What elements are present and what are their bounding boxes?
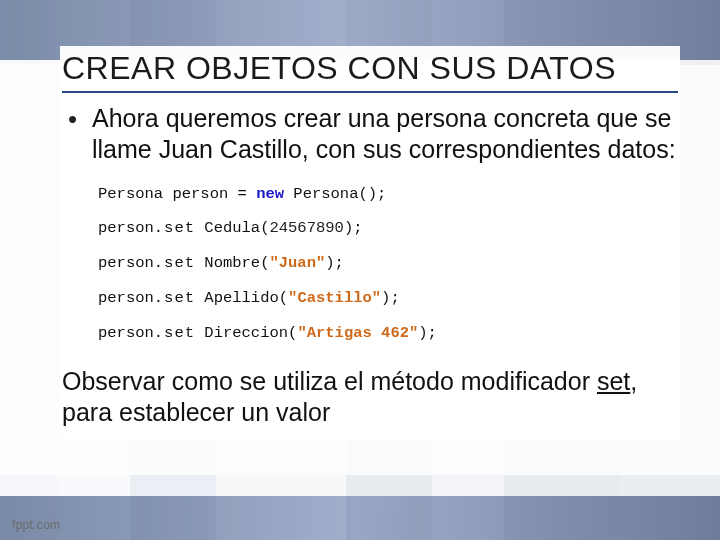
code-close: ); — [344, 219, 363, 237]
code-open: ( — [279, 289, 288, 307]
code-obj: person — [98, 324, 154, 342]
code-var: person — [163, 185, 237, 203]
footer-credit: fppt.com — [12, 518, 60, 532]
code-type: Persona — [98, 185, 163, 203]
code-sep — [195, 324, 204, 342]
code-method: Cedula — [204, 219, 260, 237]
code-arg-string: "Castillo" — [288, 289, 381, 307]
slide-title: CREAR OBJETOS CON SUS DATOS — [62, 50, 678, 93]
code-parens: (); — [358, 185, 386, 203]
code-blank-line — [98, 309, 566, 323]
code-obj: person — [98, 289, 154, 307]
content-area: CREAR OBJETOS CON SUS DATOS Ahora querem… — [60, 46, 680, 439]
code-block: Persona person = new Persona(); person.s… — [92, 178, 572, 355]
code-method: Apellido — [204, 289, 278, 307]
code-obj: person — [98, 219, 154, 237]
slide: CREAR OBJETOS CON SUS DATOS Ahora querem… — [0, 0, 720, 540]
code-line-3: person.set Nombre("Juan"); — [98, 253, 566, 274]
decorative-bottom-strip — [0, 496, 720, 540]
code-blank-line — [98, 204, 566, 218]
code-arg-number: 24567890 — [269, 219, 343, 237]
code-open: ( — [288, 324, 297, 342]
code-ctor: Persona — [284, 185, 358, 203]
code-arg-string: "Juan" — [269, 254, 325, 272]
code-blank-line — [98, 274, 566, 288]
code-line-5: person.set Direccion("Artigas 462"); — [98, 323, 566, 344]
closing-paragraph: Observar como se utiliza el método modif… — [62, 366, 678, 429]
code-close: ); — [418, 324, 437, 342]
code-close: ); — [381, 289, 400, 307]
code-line-1: Persona person = new Persona(); — [98, 184, 566, 205]
code-call: .set — [154, 289, 195, 307]
bullet-item: Ahora queremos crear una persona concret… — [62, 103, 678, 166]
code-line-4: person.set Apellido("Castillo"); — [98, 288, 566, 309]
bullet-list: Ahora queremos crear una persona concret… — [62, 103, 678, 166]
code-line-2: person.set Cedula(24567890); — [98, 218, 566, 239]
code-method: Nombre — [204, 254, 260, 272]
code-call: .set — [154, 219, 195, 237]
code-arg-string: "Artigas 462" — [297, 324, 418, 342]
code-call: .set — [154, 254, 195, 272]
code-call: .set — [154, 324, 195, 342]
code-eq: = — [238, 185, 257, 203]
closing-pre: Observar como se utiliza el método modif… — [62, 367, 597, 395]
code-obj: person — [98, 254, 154, 272]
closing-keyword: set — [597, 367, 630, 395]
code-blank-line — [98, 239, 566, 253]
code-sep — [195, 289, 204, 307]
code-sep — [195, 219, 204, 237]
code-keyword-new: new — [256, 185, 284, 203]
code-sep — [195, 254, 204, 272]
code-method: Direccion — [204, 324, 288, 342]
code-close: ); — [325, 254, 344, 272]
